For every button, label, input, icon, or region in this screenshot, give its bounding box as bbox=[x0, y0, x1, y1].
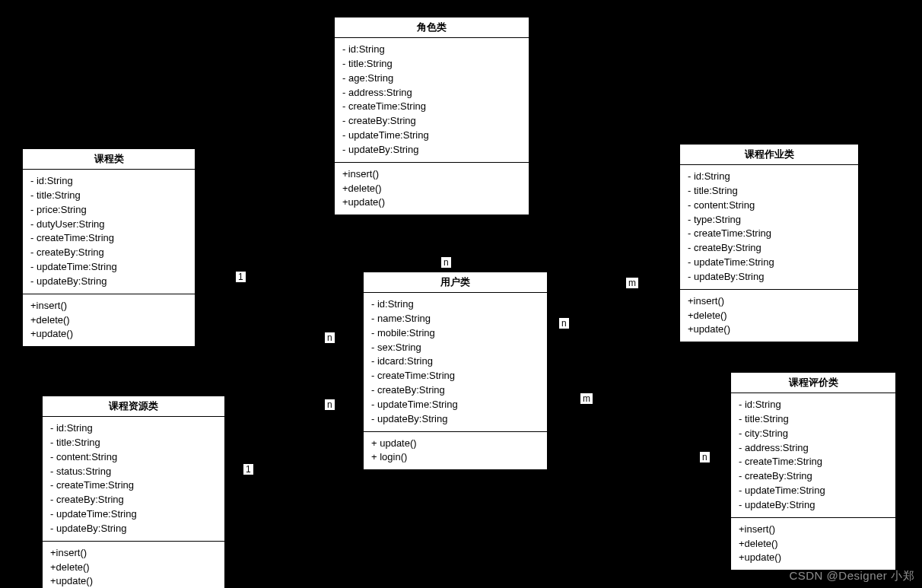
attr: - content:String bbox=[50, 450, 217, 465]
op: +delete() bbox=[342, 182, 521, 196]
class-attrs: - id:String - title:String - price:Strin… bbox=[23, 170, 195, 294]
op: +delete() bbox=[30, 313, 187, 328]
mult-homework-b: n bbox=[559, 318, 569, 329]
mult-course-a: 1 bbox=[236, 272, 246, 282]
mult-review-a: m bbox=[580, 393, 593, 404]
attr: - createTime:String bbox=[30, 231, 187, 246]
attr: - createBy:String bbox=[30, 246, 187, 260]
attr: - createBy:String bbox=[342, 114, 521, 129]
class-resource: 课程资源类 - id:String - title:String - conte… bbox=[42, 396, 225, 588]
class-title: 课程类 bbox=[23, 149, 195, 170]
attr: - updateTime:String bbox=[371, 398, 539, 412]
class-attrs: - id:String - title:String - content:Str… bbox=[680, 165, 858, 290]
op: +insert() bbox=[30, 299, 187, 313]
attr: - title:String bbox=[739, 412, 888, 427]
attr: - updateBy:String bbox=[30, 275, 187, 289]
attr: - status:String bbox=[50, 465, 217, 479]
op: +delete() bbox=[739, 537, 888, 551]
attr: - sex:String bbox=[371, 341, 539, 355]
op: +delete() bbox=[688, 309, 850, 323]
mult-homework-a: m bbox=[626, 278, 638, 288]
attr: - createTime:String bbox=[342, 100, 521, 114]
op: + update() bbox=[371, 437, 539, 451]
attr: - name:String bbox=[371, 312, 539, 326]
attr: - createBy:String bbox=[371, 383, 539, 398]
class-ops: +insert() +delete() +update() bbox=[23, 294, 195, 347]
attr: - updateTime:String bbox=[342, 129, 521, 143]
class-ops: +insert() +delete() +update() bbox=[680, 290, 858, 342]
attr: - createTime:String bbox=[50, 478, 217, 493]
svg-line-1 bbox=[195, 243, 363, 362]
attr: - id:String bbox=[30, 174, 187, 189]
class-user: 用户类 - id:String - name:String - mobile:S… bbox=[363, 272, 548, 470]
op: +update() bbox=[342, 195, 521, 210]
class-ops: +insert() +delete() +update() bbox=[731, 518, 895, 571]
attr: - age:String bbox=[342, 72, 521, 86]
class-attrs: - id:String - title:String - city:String… bbox=[731, 393, 895, 518]
attr: - updateBy:String bbox=[342, 143, 521, 157]
mult-resource-b: n bbox=[325, 399, 335, 410]
attr: - mobile:String bbox=[371, 326, 539, 341]
class-title: 角色类 bbox=[335, 17, 529, 38]
attr: - title:String bbox=[688, 184, 850, 199]
attr: - address:String bbox=[739, 441, 888, 456]
op: + login() bbox=[371, 450, 539, 465]
attr: - id:String bbox=[688, 170, 850, 184]
class-review: 课程评价类 - id:String - title:String - city:… bbox=[730, 372, 896, 571]
attr: - updateBy:String bbox=[739, 498, 888, 513]
class-attrs: - id:String - title:String - content:Str… bbox=[43, 417, 224, 542]
class-course: 课程类 - id:String - title:String - price:S… bbox=[22, 148, 196, 347]
mult-resource-a: 1 bbox=[243, 464, 253, 475]
attr: - id:String bbox=[739, 398, 888, 412]
attr: - price:String bbox=[30, 203, 187, 218]
attr: - address:String bbox=[342, 86, 521, 100]
attr: - idcard:String bbox=[371, 354, 539, 369]
attr: - title:String bbox=[30, 189, 187, 203]
attr: - updateBy:String bbox=[688, 270, 850, 284]
svg-line-3 bbox=[548, 253, 679, 327]
attr: - id:String bbox=[342, 43, 521, 57]
attr: - city:String bbox=[739, 427, 888, 441]
mult-review-b: n bbox=[700, 452, 710, 462]
class-ops: + update() + login() bbox=[364, 432, 547, 470]
op: +delete() bbox=[50, 561, 217, 575]
class-title: 课程评价类 bbox=[731, 373, 895, 393]
attr: - dutyUser:String bbox=[30, 218, 187, 232]
class-attrs: - id:String - title:String - age:String … bbox=[335, 38, 529, 163]
op: +insert() bbox=[342, 167, 521, 182]
attr: - id:String bbox=[50, 421, 217, 436]
class-homework: 课程作业类 - id:String - title:String - conte… bbox=[679, 144, 859, 342]
class-ops: +insert() +delete() +update() bbox=[43, 542, 224, 588]
attr: - updateTime:String bbox=[739, 484, 888, 498]
op: +update() bbox=[50, 574, 217, 588]
class-role: 角色类 - id:String - title:String - age:Str… bbox=[334, 17, 529, 215]
attr: - createBy:String bbox=[739, 469, 888, 484]
attr: - createBy:String bbox=[688, 241, 850, 256]
attr: - title:String bbox=[50, 436, 217, 450]
attr: - createBy:String bbox=[50, 493, 217, 507]
mult-course-b: n bbox=[325, 332, 335, 343]
class-attrs: - id:String - name:String - mobile:Strin… bbox=[364, 293, 547, 432]
attr: - id:String bbox=[371, 297, 539, 312]
attr: - updateBy:String bbox=[371, 412, 539, 427]
attr: - createTime:String bbox=[739, 455, 888, 469]
attr: - updateTime:String bbox=[50, 507, 217, 522]
class-title: 用户类 bbox=[364, 272, 547, 293]
attr: - createTime:String bbox=[688, 227, 850, 241]
mult-role-b: n bbox=[441, 257, 451, 268]
op: +update() bbox=[30, 327, 187, 342]
attr: - updateBy:String bbox=[50, 522, 217, 536]
class-title: 课程资源类 bbox=[43, 396, 224, 417]
class-ops: +insert() +delete() +update() bbox=[335, 163, 529, 215]
op: +update() bbox=[688, 323, 850, 337]
op: +update() bbox=[739, 551, 888, 565]
op: +insert() bbox=[50, 546, 217, 561]
attr: - updateTime:String bbox=[30, 260, 187, 275]
attr: - title:String bbox=[342, 57, 521, 72]
attr: - content:String bbox=[688, 199, 850, 213]
watermark: CSDN @Designer 小郑 bbox=[789, 569, 914, 583]
op: +insert() bbox=[739, 523, 888, 537]
attr: - type:String bbox=[688, 213, 850, 227]
attr: - createTime:String bbox=[371, 369, 539, 383]
op: +insert() bbox=[688, 294, 850, 309]
